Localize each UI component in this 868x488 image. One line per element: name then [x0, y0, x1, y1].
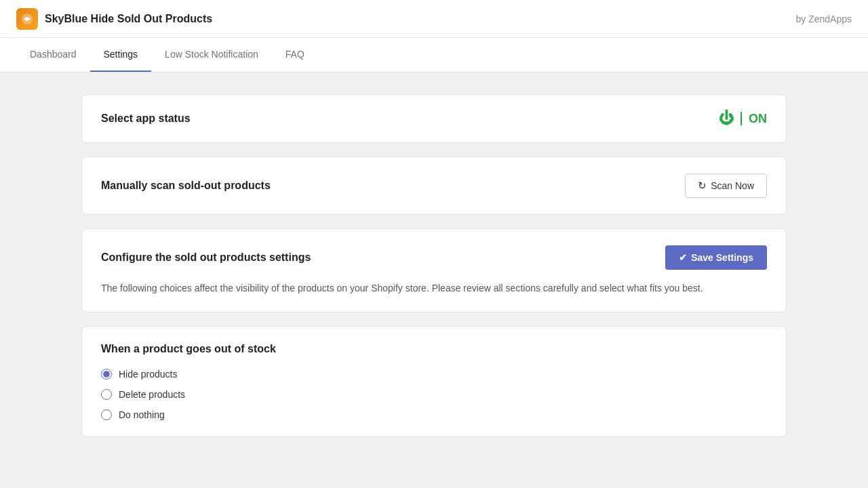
power-icon: ⏻ [719, 111, 734, 126]
configure-title: Configure the sold out products settings [101, 251, 311, 264]
app-logo [16, 8, 38, 30]
radio-delete-input[interactable] [101, 389, 112, 400]
nav-item-low-stock[interactable]: Low Stock Notification [151, 38, 272, 72]
app-status-title: Select app status [101, 113, 191, 125]
configure-description: The following choices affect the visibil… [101, 281, 767, 296]
status-divider [741, 112, 742, 125]
app-status-row: Select app status ⏻ ON [101, 111, 767, 126]
nav-item-dashboard[interactable]: Dashboard [16, 38, 90, 72]
radio-delete-label: Delete products [119, 389, 185, 400]
header-left: SkyBlue Hide Sold Out Products [16, 8, 212, 30]
main-nav: Dashboard Settings Low Stock Notificatio… [0, 38, 868, 73]
status-on-text: ON [749, 112, 767, 126]
refresh-icon: ↻ [698, 180, 707, 192]
scan-title: Manually scan sold-out products [101, 180, 271, 192]
scan-card: Manually scan sold-out products ↻ Scan N… [81, 157, 787, 215]
status-on-indicator[interactable]: ⏻ ON [719, 111, 767, 126]
checkmark-icon: ✔ [679, 252, 687, 263]
scan-now-label: Scan Now [711, 180, 754, 191]
save-settings-button[interactable]: ✔ Save Settings [665, 245, 767, 270]
out-of-stock-card: When a product goes out of stock Hide pr… [81, 326, 787, 437]
by-label: by ZendApps [796, 14, 852, 24]
out-of-stock-options: Hide products Delete products Do nothing [101, 369, 767, 420]
app-header: SkyBlue Hide Sold Out Products by ZendAp… [0, 0, 868, 38]
radio-nothing-label: Do nothing [119, 409, 165, 420]
radio-hide-products[interactable]: Hide products [101, 369, 767, 380]
scan-row: Manually scan sold-out products ↻ Scan N… [101, 174, 767, 198]
radio-nothing-input[interactable] [101, 409, 112, 420]
radio-delete-products[interactable]: Delete products [101, 389, 767, 400]
save-settings-label: Save Settings [691, 252, 753, 263]
app-status-card: Select app status ⏻ ON [81, 94, 787, 143]
radio-hide-input[interactable] [101, 369, 112, 380]
configure-card: Configure the sold out products settings… [81, 228, 787, 312]
radio-hide-label: Hide products [119, 369, 177, 380]
app-title: SkyBlue Hide Sold Out Products [45, 13, 212, 25]
nav-item-faq[interactable]: FAQ [272, 38, 318, 72]
scan-now-button[interactable]: ↻ Scan Now [685, 174, 767, 198]
main-content: Select app status ⏻ ON Manually scan sol… [0, 73, 868, 488]
configure-row: Configure the sold out products settings… [101, 245, 767, 270]
nav-item-settings[interactable]: Settings [90, 38, 152, 72]
radio-do-nothing[interactable]: Do nothing [101, 409, 767, 420]
out-of-stock-title: When a product goes out of stock [101, 343, 767, 355]
